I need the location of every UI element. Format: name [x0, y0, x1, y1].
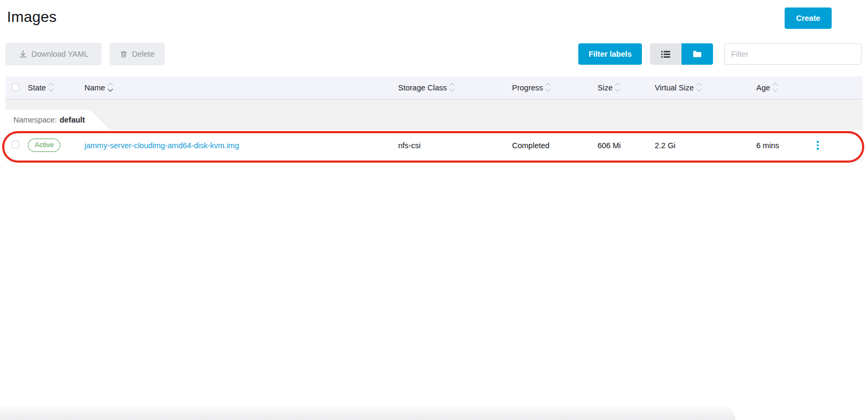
delete-button[interactable]: Delete [110, 43, 165, 65]
page-title: Images [7, 9, 57, 26]
list-view-button[interactable] [650, 43, 681, 65]
sort-arrows-icon [450, 83, 454, 91]
list-icon [661, 50, 670, 58]
toolbar: Download YAML Delete Filter labels [0, 43, 868, 65]
folder-view-button[interactable] [681, 43, 713, 65]
age-cell: 6 mins [756, 141, 812, 150]
column-label-name: Name [84, 83, 105, 92]
image-name-link[interactable]: jammy-server-cloudimg-amd64-disk-kvm.img [84, 141, 239, 150]
panel-bottom-edge [0, 406, 735, 420]
virtual-size-cell: 2.2 Gi [655, 141, 756, 150]
sort-arrows-icon [49, 83, 53, 91]
images-table: State Name Storage Class Progress Size V… [5, 77, 863, 161]
trash-icon [120, 50, 128, 58]
filter-labels-label: Filter labels [588, 50, 632, 58]
namespace-group-row: Namespace: default [5, 100, 863, 130]
sort-arrows-icon [773, 83, 777, 91]
column-header-storage-class[interactable]: Storage Class [398, 83, 512, 92]
namespace-group-tab: Namespace: default [5, 110, 110, 130]
select-all-checkbox[interactable] [12, 83, 19, 91]
column-header-progress[interactable]: Progress [512, 83, 598, 92]
column-label-progress: Progress [512, 83, 543, 92]
column-label-size: Size [598, 83, 613, 92]
size-cell: 606 Mi [598, 141, 655, 150]
filter-input[interactable] [724, 43, 862, 65]
column-header-state[interactable]: State [28, 83, 84, 92]
select-all-cell [5, 83, 28, 93]
delete-label: Delete [132, 50, 154, 58]
row-select-cell [5, 141, 28, 150]
column-label-age: Age [756, 83, 770, 92]
column-label-state: State [28, 83, 46, 92]
sort-arrows-icon [616, 83, 619, 91]
sort-arrows-icon [697, 83, 701, 91]
state-cell: Active [28, 139, 84, 152]
column-header-size[interactable]: Size [598, 83, 655, 92]
column-header-virtual-size[interactable]: Virtual Size [655, 83, 756, 92]
namespace-group-label: Namespace: [13, 116, 57, 124]
column-label-storage-class: Storage Class [398, 83, 447, 92]
filter-labels-button[interactable]: Filter labels [578, 43, 642, 65]
images-page: Images Create Download YAML Delete Filte… [0, 0, 868, 420]
column-header-age[interactable]: Age [756, 83, 812, 92]
status-badge: Active [28, 139, 60, 152]
create-button-label: Create [796, 14, 820, 22]
create-button[interactable]: Create [785, 7, 832, 29]
folder-icon [693, 50, 702, 58]
row-checkbox[interactable] [12, 141, 19, 148]
row-actions-cell [812, 139, 863, 152]
table-row: Active jammy-server-cloudimg-amd64-disk-… [5, 130, 863, 161]
column-header-name[interactable]: Name [84, 83, 398, 92]
sort-arrows-icon [546, 83, 550, 91]
column-label-virtual-size: Virtual Size [655, 83, 694, 92]
download-yaml-button[interactable]: Download YAML [5, 43, 102, 65]
view-mode-toggle [650, 43, 713, 65]
kebab-menu-icon[interactable] [813, 139, 822, 152]
progress-cell: Completed [512, 141, 598, 150]
name-cell: jammy-server-cloudimg-amd64-disk-kvm.img [84, 141, 398, 150]
storage-class-cell: nfs-csi [398, 141, 512, 150]
table-header-row: State Name Storage Class Progress Size V… [5, 77, 863, 100]
download-yaml-label: Download YAML [32, 50, 89, 58]
sort-arrows-icon [108, 83, 112, 91]
namespace-group-value: default [59, 116, 85, 124]
download-icon [19, 50, 27, 58]
